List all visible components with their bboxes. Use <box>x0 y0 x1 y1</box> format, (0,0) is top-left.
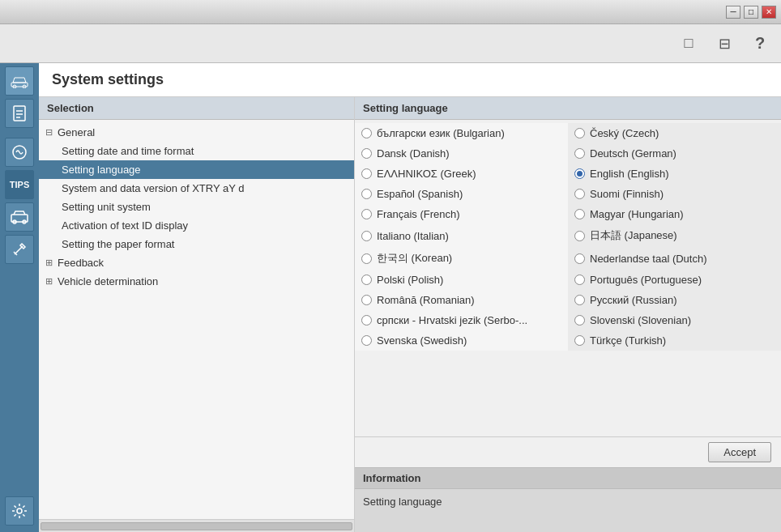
language-label-fr: Français (French) <box>377 208 460 220</box>
language-label-pl: Polski (Polish) <box>377 274 443 286</box>
tree-item-datetime[interactable]: Setting date and time format <box>39 142 354 160</box>
language-label-cs: Český (Czech) <box>590 127 659 139</box>
radio-sl <box>574 315 585 326</box>
tree-item-sysdata[interactable]: System and data version of XTRY aY d <box>39 179 354 198</box>
language-item-tr[interactable]: Türkçe (Turkish) <box>568 330 781 351</box>
tree-item-label: Setting date and time format <box>62 145 194 157</box>
language-item-es[interactable]: Español (Spanish) <box>355 184 568 204</box>
language-item-bg[interactable]: български език (Bulgarian) <box>355 123 568 143</box>
language-item-sl[interactable]: Slovenski (Slovenian) <box>568 310 781 330</box>
split-panel: Selection ⊟ GeneralSetting date and time… <box>39 97 781 532</box>
language-item-it[interactable]: Italiano (Italian) <box>355 224 568 247</box>
language-label-bg: български език (Bulgarian) <box>377 127 505 139</box>
info-content: Setting language <box>355 489 781 514</box>
language-label-sv: Svenska (Swedish) <box>377 334 467 347</box>
tree-item-label: Setting language <box>62 164 141 176</box>
tree-item-language[interactable]: Setting language <box>39 160 354 179</box>
tree-expand-icon: ⊞ <box>45 257 53 268</box>
window-controls: ─ □ ✕ <box>726 6 776 19</box>
language-item-ro[interactable]: Română (Romanian) <box>355 290 568 310</box>
language-panel-header: Setting language <box>355 97 781 120</box>
selection-panel: Selection ⊟ GeneralSetting date and time… <box>39 97 355 532</box>
close-button[interactable]: ✕ <box>762 6 776 19</box>
maximize-button[interactable]: □ <box>744 6 758 19</box>
language-item-pt[interactable]: Português (Portuguese) <box>568 270 781 290</box>
radio-da <box>361 148 372 159</box>
language-item-pl[interactable]: Polski (Polish) <box>355 270 568 290</box>
tree-item-textid[interactable]: Activation of text ID display <box>39 216 354 235</box>
language-label-da: Dansk (Danish) <box>377 147 450 160</box>
page-title: System settings <box>39 63 781 97</box>
sidebar-item-tips[interactable]: TIPS <box>5 170 34 199</box>
tree-item-unit[interactable]: Setting unit system <box>39 198 354 216</box>
language-label-nl: Nederlandse taal (Dutch) <box>590 253 707 265</box>
language-item-ru[interactable]: Русский (Russian) <box>568 290 781 310</box>
toolbar: □ ⊟ ? <box>0 24 781 63</box>
tree-item-vehicle[interactable]: ⊞ Vehicle determination <box>39 272 354 291</box>
language-label-ja: 日本語 (Japanese) <box>590 228 677 243</box>
language-item-sr[interactable]: српски - Hrvatski jezik (Serbo-... <box>355 310 568 330</box>
radio-hu <box>574 209 585 219</box>
radio-pt <box>574 275 585 285</box>
language-item-fr[interactable]: Français (French) <box>355 204 568 224</box>
horizontal-scrollbar[interactable] <box>39 519 354 532</box>
svg-rect-3 <box>14 106 25 121</box>
language-item-hu[interactable]: Magyar (Hungarian) <box>568 204 781 224</box>
print-icon[interactable]: ⊟ <box>713 32 736 55</box>
language-item-cs[interactable]: Český (Czech) <box>568 123 781 143</box>
language-label-en: English (English) <box>590 168 669 180</box>
accept-row: Accept <box>355 436 781 467</box>
tree-expand-icon: ⊟ <box>45 127 53 138</box>
language-item-nl[interactable]: Nederlandse taal (Dutch) <box>568 247 781 270</box>
main-container: TIPS System settings <box>0 63 781 532</box>
radio-de <box>574 148 585 159</box>
language-label-el: ΕΛΛΗΝΙΚΟΣ (Greek) <box>377 168 476 180</box>
language-item-da[interactable]: Dansk (Danish) <box>355 143 568 164</box>
language-label-hu: Magyar (Hungarian) <box>590 208 684 220</box>
help-icon[interactable]: ? <box>749 32 771 55</box>
radio-fi <box>574 189 585 199</box>
language-item-sv[interactable]: Svenska (Swedish) <box>355 330 568 351</box>
info-panel: Information Setting language <box>355 467 781 532</box>
radio-en <box>574 168 585 179</box>
tree-item-label: Setting unit system <box>62 201 151 213</box>
tree-item-feedback[interactable]: ⊞ Feedback <box>39 253 354 272</box>
radio-ro <box>361 295 372 305</box>
radio-sv <box>361 335 372 346</box>
radio-ja <box>574 231 585 241</box>
svg-rect-0 <box>11 83 28 87</box>
radio-pl <box>361 275 372 285</box>
copy-icon[interactable]: □ <box>677 32 700 55</box>
sidebar-item-vehicle[interactable] <box>5 202 34 232</box>
language-item-ko[interactable]: 한국의 (Korean) <box>355 247 568 270</box>
language-item-fi[interactable]: Suomi (Finnish) <box>568 184 781 204</box>
sidebar-item-diagnostics[interactable] <box>5 138 34 167</box>
tree-item-label: Setting the paper format <box>62 238 174 250</box>
language-label-fi: Suomi (Finnish) <box>590 188 664 200</box>
svg-point-11 <box>17 509 22 513</box>
title-bar: ─ □ ✕ <box>0 0 781 24</box>
language-item-ja[interactable]: 日本語 (Japanese) <box>568 224 781 247</box>
tree-item-general[interactable]: ⊟ General <box>39 123 354 142</box>
sidebar-item-tools[interactable] <box>5 235 34 264</box>
content-area: System settings Selection ⊟ GeneralSetti… <box>39 63 781 532</box>
scrollbar-thumb[interactable] <box>41 522 352 530</box>
language-list: български език (Bulgarian)Český (Czech)D… <box>355 120 781 436</box>
tree-item-paper[interactable]: Setting the paper format <box>39 235 354 253</box>
language-item-en[interactable]: English (English) <box>568 164 781 184</box>
sidebar-item-car[interactable] <box>5 66 34 96</box>
language-label-es: Español (Spanish) <box>377 188 463 200</box>
accept-button[interactable]: Accept <box>708 442 771 462</box>
radio-es <box>361 189 372 199</box>
sidebar-item-settings[interactable] <box>5 496 34 526</box>
language-item-de[interactable]: Deutsch (German) <box>568 143 781 164</box>
language-label-ko: 한국의 (Korean) <box>377 251 452 266</box>
language-label-tr: Türkçe (Turkish) <box>590 334 666 347</box>
info-header: Information <box>355 468 781 489</box>
minimize-button[interactable]: ─ <box>726 6 740 19</box>
radio-fr <box>361 209 372 219</box>
tree-item-label: Vehicle determination <box>58 275 158 287</box>
icon-sidebar: TIPS <box>0 63 39 532</box>
sidebar-item-document[interactable] <box>5 99 34 128</box>
language-item-el[interactable]: ΕΛΛΗΝΙΚΟΣ (Greek) <box>355 164 568 184</box>
